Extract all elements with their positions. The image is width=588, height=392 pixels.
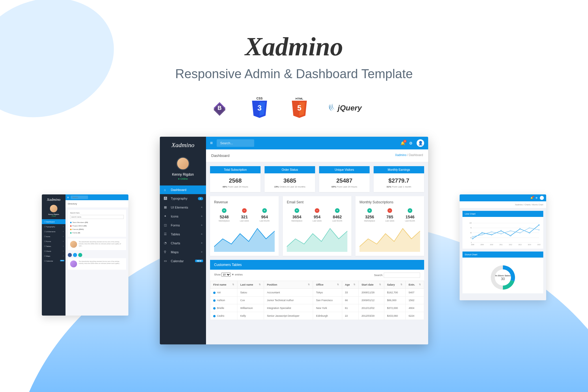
left-search-input[interactable] [71,196,88,199]
left-person2-avatar [70,260,77,267]
svg-point-30 [472,238,473,239]
page-title: Dashboard [211,153,230,158]
sidebar-item-icons[interactable]: ✦Icons+ [160,212,206,221]
left-nav-item[interactable]: ☐ CalendarNEW [42,258,65,263]
sort-icon: ⇅ [259,283,261,286]
svg-point-38 [472,236,473,237]
directory-list-item[interactable]: Friends (2541) [70,228,124,231]
nav-label: Tables [171,232,180,236]
table-cell: Junior Technical Author [264,297,313,304]
table-cell: Senior Javascript Developer [264,312,313,320]
right-gear-icon[interactable]: ⚙ [535,197,538,199]
metric-num: 1546 [400,215,420,219]
donut-chart-title: Donut Chart [462,252,543,258]
left-menu-icon[interactable]: ≡ [67,196,69,199]
left-nav-item[interactable]: ☐ Tables+ [42,244,65,249]
column-header[interactable]: Extn.⇅ [406,281,424,289]
svg-marker-46 [214,228,275,252]
html5-icon: HTML5 [288,97,310,119]
table-cell: 1562 [406,297,424,304]
sidebar-item-typography[interactable]: 🅰Typography6 [160,194,206,203]
left-directory-search[interactable] [70,215,124,219]
svg-point-36 [529,232,530,233]
left-nav-item[interactable]: ☐ UI Elements+ [42,229,65,234]
menu-toggle-icon[interactable]: ≡ [210,140,213,146]
row-status-dot [213,292,216,294]
social-twitter-icon[interactable] [73,253,77,257]
column-header[interactable]: First name⇅ [210,281,237,289]
table-search-input[interactable] [384,273,420,278]
column-header[interactable]: Start date⇅ [358,281,384,289]
expand-icon: + [201,215,203,218]
social-phone-icon[interactable] [78,253,82,257]
sidebar-item-charts[interactable]: ◔Charts+ [160,239,206,247]
svg-point-37 [538,224,540,226]
directory-list-item[interactable]: Team Members (23) [70,221,124,224]
center-avatar[interactable] [176,157,190,170]
breadcrumb-root[interactable]: Xadmino [395,153,406,157]
metric-num: 785 [380,215,400,219]
sidebar-item-tables[interactable]: ☰Tables+ [160,230,206,239]
left-nav-item[interactable]: ☐ Forms+ [42,239,65,244]
directory-list-item[interactable]: Family (8) [70,231,124,235]
left-nav-item[interactable]: ☐ Dashboard [42,219,65,224]
metric-label: Marketplace [214,220,234,222]
column-header[interactable]: Office⇅ [313,281,342,289]
sort-icon: ⇅ [337,283,339,286]
column-header[interactable]: Salary⇅ [384,281,406,289]
table-cell: 33 [342,289,358,297]
entries-select[interactable]: 10 [221,273,231,277]
stat-header: Unique Visitors [319,166,370,173]
table-row[interactable]: AshtonCoxJunior Technical AuthorSan Fran… [210,297,424,304]
screen-charts: 🔔 ⚙ Xadmino / Charts / Morris Chart Line… [460,194,546,300]
search-input[interactable] [217,139,254,147]
left-nav-item[interactable]: ☐ Typography+ [42,224,65,229]
stat-value: 25487 [321,177,368,184]
right-top-avatar[interactable] [540,196,544,200]
sidebar-item-forms[interactable]: ◫Forms+ [160,221,206,230]
center-user-status: ● Online [160,177,206,180]
column-header[interactable]: Position⇅ [264,281,313,289]
left-nav-item[interactable]: ☐ Charts+ [42,249,65,254]
line-chart: 0255075100200820092010201120122013201420… [462,217,543,249]
sort-icon: ⇅ [353,283,355,286]
table-cell: Williamson [237,304,264,312]
table-row[interactable]: AiriSatouAccountantTokyo332008/11/28$162… [210,289,424,297]
nav-icon: 🅰 [164,197,168,200]
sidebar-item-maps[interactable]: ⚲Maps+ [160,247,206,256]
column-header[interactable]: Age⇅ [342,281,358,289]
left-nav-item[interactable]: ☐ Maps+ [42,254,65,258]
left-avatar[interactable] [50,205,57,212]
metric-card: Monthly Subscriptions +3256Marketplace−7… [355,196,424,256]
svg-text:2010: 2010 [490,244,493,245]
nav-label: Forms [171,224,180,227]
metric-area-chart [359,226,420,252]
column-header[interactable]: Last name⇅ [237,281,264,289]
nav-label: Icons [171,215,178,218]
left-nav-item[interactable]: ☐ Icons+ [42,234,65,239]
gear-icon[interactable]: ⚙ [409,141,413,145]
table-cell: Edinburgh [313,312,342,320]
sidebar-item-ui-elements[interactable]: ▦UI Elements+ [160,203,206,212]
svg-point-45 [538,229,540,230]
stat-sub: 48% From Last 24 Hours [212,185,259,188]
sidebar-item-dashboard[interactable]: ⌂Dashboard [160,185,206,194]
social-facebook-icon[interactable] [68,253,72,257]
right-bell-icon[interactable]: 🔔 [530,197,533,199]
metric-title: Monthly Subscriptions [359,200,420,204]
metric-label: Last Month [400,220,420,222]
trend-up-icon: + [262,208,267,213]
table-row[interactable]: CedricKellySenior Javascript DeveloperEd… [210,312,424,320]
expand-icon: + [201,224,203,227]
top-avatar[interactable]: 👤 [417,139,424,147]
table-row[interactable]: BrielleWilliamsonIntegration SpecialistN… [210,304,424,312]
bell-icon[interactable]: 🔔3 [400,141,405,145]
directory-list-item[interactable]: Project ABCD (20) [70,224,124,228]
nav-icon: ⚲ [164,250,168,254]
left-page-title: Directory [65,200,128,207]
metric-label: Last Month [254,220,275,222]
metric-label: Last week [380,220,400,222]
show-label: Show [214,273,221,276]
table-cell: $86,000 [384,297,406,304]
sidebar-item-calendar[interactable]: ▭CalendarNEW [160,256,206,265]
